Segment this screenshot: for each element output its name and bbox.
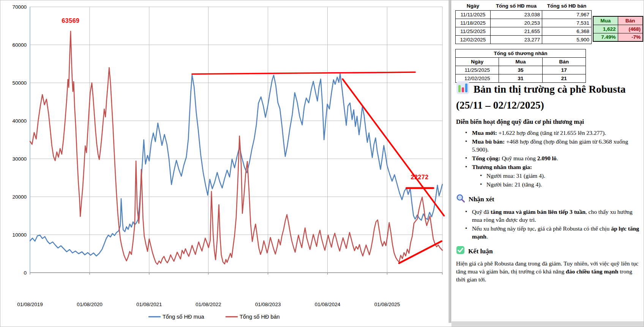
y-axis-tick-label: 20000 [12,194,27,200]
x-axis-tick-label: 01/08/2024 [315,302,341,307]
peak-value-label: 63569 [62,17,79,24]
table-cell: 12/02/2025 [456,35,491,44]
y-axis-tick-label: 50000 [12,80,27,86]
y-axis-tick-label: 30000 [12,156,27,162]
legend-label: Tổng số HĐ bán [240,314,280,320]
support-value-label: 22272 [411,174,429,180]
x-axis-tick-label: 01/08/2025 [374,302,400,307]
futures-positions-line-chart: 01000020000300004000050000600007000001/0… [0,0,452,327]
table-cell: 23,038 [491,10,542,19]
table-row: 11/11/202523,0387,967 [456,10,592,19]
list-item: Người mua: 31 (giảm 4). [459,172,643,180]
report-title-text: Bản tin thị trường cà phê Robusta (25/11… [456,84,626,111]
traders-col-ban: Bán [542,58,586,66]
delta-table: Mua Bán 1,622 (468) 7.49% -7% [593,16,643,42]
delta-header-mua: Mua [593,16,618,25]
table-row: 11/18/202520,2537,531 [456,19,592,27]
trendline-resistance-horizontal [192,72,415,74]
contracts-col-short: Tổng số HĐ bán [542,2,592,10]
traders-col-date: Ngày [456,58,499,66]
table-cell: 35 [499,66,542,74]
report-panel: Ngày Tổng số HĐ mua Tổng số HĐ bán 11/11… [455,1,644,321]
list-item: Tổng cộng: Quỹ mua ròng 2.090 lô. [459,154,643,162]
table-cell: 7,531 [542,19,592,27]
contracts-table-body: 11/11/202523,0387,96711/18/202520,2537,5… [456,10,592,44]
y-axis-tick-label: 70000 [12,4,27,10]
table-cell: 11/18/2025 [456,19,491,27]
table-row: 11/25/202521,6556,368 [456,27,592,35]
list-item: Mua bù bán: +468 hợp đồng (hợp đồng bán … [459,137,643,153]
table-row: 7.49% -7% [593,33,643,41]
remarks-heading-text: Nhận xét [469,195,494,203]
report-content: Bản tin thị trường cà phê Robusta (25/11… [456,81,643,283]
chart-panel: 01000020000300004000050000600007000001/0… [0,0,452,327]
conclusion-heading: Kết luận [456,246,643,256]
list-item: Thương nhân tham gia: [459,163,643,171]
table-cell: 7,967 [542,10,592,19]
table-row: 1,622 (468) [593,25,643,33]
delta-ban-percent: -7% [618,33,643,41]
legend-label: Tổng số HĐ mua [163,314,205,320]
y-axis-tick-label: 60000 [12,42,27,48]
traders-sublist: Người mua: 31 (giảm 4).Người bán: 21 (tă… [459,172,643,188]
table-cell: 17 [542,66,586,74]
list-item: Nếu xu hướng này tiếp tục, giá cà phê Ro… [459,224,643,240]
x-axis-tick-label: 01/08/2022 [196,302,221,307]
x-axis-tick-label: 01/08/2021 [136,302,162,307]
list-item: Mua mới: +1.622 hợp đồng (tăng từ 21.655… [459,129,643,137]
traders-table-title: Tổng số thương nhân [456,49,586,58]
magnifier-icon [456,194,465,205]
y-axis-tick-label: 0 [24,270,27,276]
x-axis-tick-label: 01/08/2019 [17,302,43,307]
table-cell: 11/25/2025 [456,66,499,74]
delta-mua-contracts: 1,622 [593,25,618,33]
table-cell: 21,655 [491,27,542,35]
trendline-resistance-descending [343,79,444,216]
remarks-heading: Nhận xét [456,194,643,205]
delta-header-ban: Bán [618,16,643,25]
y-axis-tick-label: 40000 [12,118,27,124]
table-cell: 11/11/2025 [456,10,491,19]
contracts-col-long: Tổng số HĐ mua [491,2,542,10]
series-line-ban [30,31,442,264]
panel-divider [449,0,451,323]
report-title: Bản tin thị trường cà phê Robusta (25/11… [456,81,643,112]
bar-chart-icon [456,81,470,98]
traders-col-mua: Mua [499,58,542,66]
table-cell: 20,253 [491,19,542,27]
delta-mua-percent: 7.49% [593,33,618,41]
report-subhead: Diễn biến hoạt động quỹ đầu cơ phi thươn… [456,118,643,126]
traders-table-body: 11/25/2025351712/02/20253121 [456,66,586,83]
check-mark-icon [456,246,465,256]
table-row: 11/25/20253517 [456,66,586,74]
list-item: Quỹ đã tăng mua và giảm bán liên tiếp 3 … [459,208,643,224]
table-cell: 23,277 [491,35,542,44]
x-axis-tick-label: 01/08/2023 [255,302,281,307]
conclusion-heading-text: Kết luận [468,247,493,255]
table-cell: 6,368 [542,27,592,35]
contracts-table: Ngày Tổng số HĐ mua Tổng số HĐ bán 11/11… [455,2,592,44]
bottom-strip [451,321,644,327]
table-cell: 5,900 [542,35,592,44]
remarks-list: Quỹ đã tăng mua và giảm bán liên tiếp 3 … [459,208,643,240]
table-cell: 11/25/2025 [456,27,491,35]
y-axis-tick-label: 10000 [12,232,27,238]
screenshot-root: 01000020000300004000050000600007000001/0… [0,0,644,327]
traders-table: Tổng số thương nhân Ngày Mua Bán 11/25/2… [455,49,586,83]
x-axis-tick-label: 01/08/2020 [77,302,103,307]
delta-ban-contracts: (468) [618,25,643,33]
series-line-mua [30,74,442,256]
conclusion-paragraph: Hiện giá cà phê Robusta đang trong đà gi… [456,259,643,283]
fund-activity-list: Mua mới: +1.622 hợp đồng (tăng từ 21.655… [459,129,643,171]
contracts-col-date: Ngày [456,2,491,10]
trendline-support-ascending [399,241,442,263]
table-row: 12/02/202523,2775,900 [456,35,592,44]
list-item: Người bán: 21 (tăng 4). [459,180,643,188]
